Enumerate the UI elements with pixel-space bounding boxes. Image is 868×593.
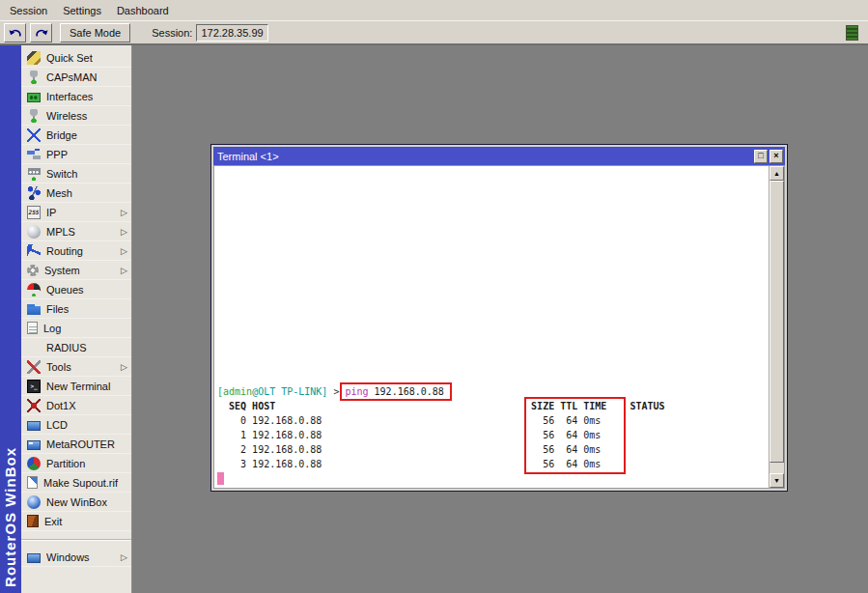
sidebar-item[interactable]: Tools ▷ xyxy=(21,357,131,377)
sidebar-item[interactable]: Queues ▷ xyxy=(21,280,131,299)
sidebar-item[interactable]: MPLS ▷ xyxy=(21,222,131,241)
menu-bar: Session Settings Dashboard xyxy=(0,0,868,20)
session-field[interactable]: 172.28.35.99 xyxy=(196,24,267,42)
interfaces-icon xyxy=(27,93,41,102)
maximize-button[interactable]: □ xyxy=(754,150,768,163)
sidebar-item[interactable]: LCD ▷ xyxy=(21,415,131,435)
terminal-scrollbar[interactable]: ▲ ▼ xyxy=(769,166,784,488)
sidebar-item[interactable]: Log ▷ xyxy=(21,319,131,338)
sidebar-item[interactable]: RADIUS ▷ xyxy=(21,338,131,357)
sidebar-item[interactable]: Quick Set ▷ xyxy=(21,48,131,68)
sidebar-item[interactable]: PPP ▷ xyxy=(21,145,131,164)
sidebar-item[interactable]: 255 IP ▷ xyxy=(21,203,131,222)
wireless-icon xyxy=(27,109,41,123)
new-winbox-icon xyxy=(27,495,41,509)
sidebar-item[interactable]: Bridge ▷ xyxy=(21,126,131,145)
sidebar-item[interactable]: New WinBox ▷ xyxy=(21,493,131,512)
scroll-down-icon[interactable]: ▼ xyxy=(770,473,784,488)
redo-icon xyxy=(35,27,48,39)
menu-item[interactable]: Session xyxy=(2,2,55,19)
mesh-icon xyxy=(27,186,41,200)
scroll-up-icon[interactable]: ▲ xyxy=(770,166,784,181)
sidebar-separator xyxy=(21,539,131,541)
sidebar-item[interactable]: Exit ▷ xyxy=(21,512,131,531)
submenu-arrow-icon: ▷ xyxy=(121,266,127,275)
routing-icon xyxy=(27,244,41,258)
branding-strip: RouterOS WinBox xyxy=(0,45,21,593)
sidebar-item[interactable]: Partition ▷ xyxy=(21,454,131,473)
sidebar-item[interactable]: MetaROUTER ▷ xyxy=(21,435,131,454)
ip-icon: 255 xyxy=(27,206,41,219)
safe-mode-button[interactable]: Safe Mode xyxy=(60,23,130,42)
files-icon xyxy=(27,302,41,316)
queues-icon xyxy=(27,283,41,296)
ping-result-row: 3 192.168.0.88 56 64 0ms xyxy=(214,457,769,471)
terminal-cursor-line xyxy=(214,471,769,486)
menu-item[interactable]: Dashboard xyxy=(109,2,177,19)
windows-icon xyxy=(27,553,41,563)
terminal-cursor xyxy=(217,472,224,485)
system-icon xyxy=(27,265,39,276)
sidebar-item[interactable]: CAPsMAN ▷ xyxy=(21,68,131,87)
scrollbar-thumb[interactable] xyxy=(770,181,784,463)
ping-result-row: 1 192.168.0.88 56 64 0ms xyxy=(214,428,769,442)
sidebar-item[interactable]: Interfaces ▷ xyxy=(21,87,131,106)
supout-icon xyxy=(27,476,38,489)
sidebar-item[interactable]: Routing ▷ xyxy=(21,241,131,261)
submenu-arrow-icon: ▷ xyxy=(121,208,127,217)
submenu-arrow-icon: ▷ xyxy=(121,362,127,372)
ppp-icon xyxy=(27,148,41,161)
mpls-icon xyxy=(27,225,41,239)
sidebar-item[interactable]: System ▷ xyxy=(21,261,131,280)
terminal-title: Terminal <1> xyxy=(217,151,752,162)
sidebar-item-windows[interactable]: Windows ▷ xyxy=(21,548,131,567)
terminal-titlebar[interactable]: Terminal <1> □ × xyxy=(213,147,785,165)
menu-item[interactable]: Settings xyxy=(55,2,109,19)
metarouter-icon xyxy=(27,440,41,450)
sidebar-item[interactable]: Mesh ▷ xyxy=(21,184,131,203)
sidebar-item[interactable]: >_ New Terminal ▷ xyxy=(21,377,131,396)
switch-icon xyxy=(27,167,41,181)
routeros-winbox-vertical-label: RouterOS WinBox xyxy=(2,447,18,587)
ping-result-row: 0 192.168.0.88 56 64 0ms xyxy=(214,413,769,428)
terminal-output-area[interactable]: [admin@OLT TP-LINK] > ping 192.168.0.88 … xyxy=(214,166,769,488)
sidebar-item[interactable]: Make Supout.rif ▷ xyxy=(21,473,131,493)
undo-button[interactable] xyxy=(4,23,26,42)
terminal-window: Terminal <1> □ × [admin@OLT TP-LINK] > p… xyxy=(210,144,788,492)
ping-table-header: SEQ HOSTSIZE TTL TIMESTATUS xyxy=(214,399,769,413)
sidebar-item[interactable]: Wireless ▷ xyxy=(21,106,131,126)
capsman-icon xyxy=(27,71,41,84)
radius-icon xyxy=(27,341,41,354)
quickset-icon xyxy=(27,51,41,65)
sidebar: Quick Set ▷ CAPsMAN ▷ Interfaces ▷ xyxy=(21,45,132,593)
lcd-icon xyxy=(27,421,41,431)
exit-icon xyxy=(27,515,39,527)
sidebar-item[interactable]: Files ▷ xyxy=(21,299,131,319)
dot1x-icon xyxy=(27,399,41,412)
toolbar: Safe Mode Session: 172.28.35.99 xyxy=(0,20,868,45)
submenu-arrow-icon: ▷ xyxy=(121,227,127,237)
connection-status-indicator xyxy=(846,25,858,41)
submenu-arrow-icon: ▷ xyxy=(121,246,127,256)
redo-button[interactable] xyxy=(30,23,52,42)
sidebar-item[interactable]: Dot1X ▷ xyxy=(21,396,131,415)
tools-icon xyxy=(27,360,41,374)
close-button[interactable]: × xyxy=(770,150,783,163)
terminal-prompt-line: [admin@OLT TP-LINK] > ping 192.168.0.88 xyxy=(214,384,769,399)
undo-icon xyxy=(9,27,22,39)
winbox-app: Session Settings Dashboard Safe Mode Ses… xyxy=(0,0,868,593)
sidebar-item[interactable]: Switch ▷ xyxy=(21,164,131,184)
ping-result-row: 2 192.168.0.88 56 64 0ms xyxy=(214,442,769,457)
terminal-text: [admin@OLT TP-LINK] > ping 192.168.0.88 … xyxy=(214,384,769,486)
session-label: Session: xyxy=(152,27,192,39)
submenu-arrow-icon: ▷ xyxy=(121,552,127,562)
new-terminal-icon: >_ xyxy=(27,380,41,393)
partition-icon xyxy=(27,457,41,470)
mdi-area: Terminal <1> □ × [admin@OLT TP-LINK] > p… xyxy=(132,45,868,593)
bridge-icon xyxy=(27,128,41,142)
log-icon xyxy=(27,322,38,334)
